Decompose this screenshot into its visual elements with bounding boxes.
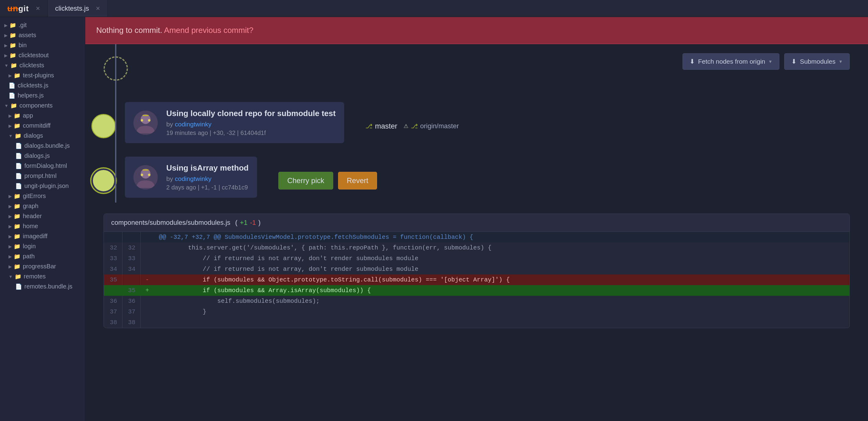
sidebar-item-label: formDialog.html: [24, 162, 67, 169]
sidebar-item-remotes-bundle[interactable]: 📄 remotes.bundle.js: [0, 281, 85, 292]
diff-open-paren: (: [235, 219, 237, 227]
chevron-right-icon: ▶: [8, 214, 12, 219]
sidebar-item-dialogs[interactable]: ▼ 📁 dialogs: [0, 131, 85, 141]
sidebar-item-clicktests-js[interactable]: 📄 clicktests.js: [0, 81, 85, 90]
sidebar-item-app[interactable]: ▶ 📁 app: [0, 111, 85, 121]
table-row: 34 34 // if returned is not array, don't…: [104, 264, 849, 274]
folder-icon: 📁: [10, 102, 17, 109]
cherry-pick-button[interactable]: Cherry pick: [278, 172, 333, 189]
sidebar-item-progressBar[interactable]: ▶ 📁 progressBar: [0, 261, 85, 271]
sidebar-item-label: login: [23, 243, 36, 250]
revert-button[interactable]: Revert: [338, 172, 377, 189]
submodules-dropdown-icon[interactable]: ▼: [838, 59, 843, 64]
folder-icon: 📁: [14, 203, 21, 210]
tab-ungit-close[interactable]: ✕: [36, 5, 40, 12]
amend-commit-link[interactable]: Amend previous commit?: [164, 26, 253, 35]
sidebar-item-header[interactable]: ▶ 📁 header: [0, 211, 85, 221]
folder-icon: 📁: [14, 273, 21, 280]
sidebar-item-clicktests[interactable]: ▼ 📁 clicktests: [0, 60, 85, 70]
sidebar-item-label: app: [23, 112, 33, 119]
diff-sign: [141, 242, 154, 253]
sidebar-item-home[interactable]: ▶ 📁 home: [0, 221, 85, 231]
sidebar-item-prompt[interactable]: 📄 prompt.html: [0, 171, 85, 181]
sidebar-item-label: test-plugins: [23, 72, 54, 79]
sidebar-item-bin[interactable]: ▶ 📁 bin: [0, 40, 85, 50]
diff-content: [154, 317, 849, 328]
commit-card-1: Using locally cloned repo for submodule …: [125, 102, 344, 143]
sidebar-item-git[interactable]: ▶ 📁 .git: [0, 20, 85, 30]
folder-icon: 📁: [14, 193, 21, 200]
folder-icon: 📁: [9, 22, 16, 29]
sidebar-item-imagediff[interactable]: ▶ 📁 imagediff: [0, 231, 85, 241]
sidebar-item-ungit-plugin[interactable]: 📄 ungit-plugin.json: [0, 181, 85, 191]
sidebar-item-graph[interactable]: ▶ 📁 graph: [0, 201, 85, 211]
sidebar-item-label: components: [20, 102, 53, 109]
commit-2-author: by codingtwinky: [166, 175, 249, 182]
sidebar-item-commitdiff[interactable]: ▶ 📁 commitdiff: [0, 121, 85, 131]
commit-1-title: Using locally cloned repo for submodule …: [166, 109, 336, 118]
chevron-right-icon: ▶: [4, 43, 8, 48]
sidebar-item-formDialog[interactable]: 📄 formDialog.html: [0, 161, 85, 171]
sidebar-item-test-plugins[interactable]: ▶ 📁 test-plugins: [0, 70, 85, 81]
sidebar-item-label: ungit-plugin.json: [24, 182, 69, 189]
commit-1-author: by codingtwinky: [166, 121, 336, 128]
svg-point-9: [141, 174, 143, 176]
commit-1-author-link[interactable]: codingtwinky: [175, 121, 211, 128]
sidebar-item-remotes[interactable]: ▼ 📁 remotes: [0, 271, 85, 281]
diff-line-num-left: [104, 232, 122, 242]
diff-line-num-right: 37: [122, 306, 141, 317]
table-row: 36 36 self.submodules(submodules);: [104, 296, 849, 306]
tab-ungit[interactable]: ungit ✕: [0, 0, 48, 17]
sidebar-item-login[interactable]: ▶ 📁 login: [0, 241, 85, 251]
folder-icon: 📁: [14, 72, 21, 79]
commit-2-meta: 2 days ago | +1, -1 | cc74b1c9: [166, 184, 249, 191]
diff-content: this.server.get('/submodules', { path: t…: [154, 242, 849, 253]
sidebar-item-assets[interactable]: ▶ 📁 assets: [0, 30, 85, 40]
folder-icon: 📁: [9, 32, 16, 39]
folder-icon: 📁: [14, 112, 21, 119]
commit-2-author-link[interactable]: codingtwinky: [175, 175, 211, 182]
main-layout: ▶ 📁 .git ▶ 📁 assets ▶ 📁 bin ▶ 📁 clicktes…: [0, 17, 868, 421]
sidebar-item-clicktestout[interactable]: ▶ 📁 clicktestout: [0, 50, 85, 60]
folder-icon: 📁: [10, 62, 17, 69]
sidebar-item-label: clicktests.js: [18, 82, 49, 89]
diff-content: // if returned is not array, don't rende…: [154, 264, 849, 274]
sidebar-item-gitErrors[interactable]: ▶ 📁 gitErrors: [0, 191, 85, 201]
fetch-dropdown-icon[interactable]: ▼: [768, 59, 773, 64]
diff-content: if (submodules && Array.isArray(submodul…: [154, 285, 849, 296]
sidebar-item-label: commitdiff: [23, 122, 51, 129]
chevron-down-icon: ▼: [8, 274, 13, 279]
sidebar-item-helpers-js[interactable]: 📄 helpers.js: [0, 90, 85, 100]
submodules-button[interactable]: ⬇ Submodules ▼: [784, 53, 850, 70]
tab-clicktests[interactable]: clicktests.js ✕: [48, 0, 108, 17]
commit-banner: Nothing to commit. Amend previous commit…: [85, 17, 868, 44]
file-icon: 📄: [15, 153, 22, 159]
diff-file-path: components/submodules/submodules.js: [111, 219, 230, 227]
diff-sign: -: [141, 274, 154, 285]
sidebar-item-dialogs-bundle[interactable]: 📄 dialogs.bundle.js: [0, 141, 85, 151]
branch-master-text: master: [375, 122, 397, 130]
sidebar-item-dialogs-js[interactable]: 📄 dialogs.js: [0, 151, 85, 161]
sidebar-item-label: gitErrors: [23, 192, 46, 200]
chevron-down-icon: ▼: [4, 63, 8, 68]
branch-icon: ⎇: [366, 122, 372, 130]
sidebar-item-path[interactable]: ▶ 📁 path: [0, 251, 85, 261]
commit-1-stats: +30, -32: [213, 129, 236, 136]
chevron-right-icon: ▶: [8, 234, 12, 239]
commit-2-time: 2 days ago: [166, 184, 196, 191]
folder-icon: 📁: [14, 253, 21, 260]
diff-content: }: [154, 306, 849, 317]
diff-line-num-right: 32: [122, 242, 141, 253]
folder-icon: 📁: [14, 223, 21, 230]
sidebar-item-components[interactable]: ▼ 📁 components: [0, 100, 85, 111]
branch-master-label: ⎇ master: [366, 122, 397, 130]
sidebar-item-label: clicktests: [20, 62, 44, 69]
sidebar-item-label: graph: [23, 203, 38, 210]
branch-origin-label: ⚠ ⎇ origin/master: [404, 122, 459, 130]
commit-1-info: Using locally cloned repo for submodule …: [166, 109, 336, 137]
fetch-nodes-button[interactable]: ⬇ Fetch nodes from origin ▼: [683, 53, 779, 70]
tab-clicktests-close[interactable]: ✕: [96, 5, 100, 12]
fetch-nodes-label: Fetch nodes from origin: [698, 58, 765, 65]
sidebar-item-label: home: [23, 223, 38, 230]
file-icon: 📄: [8, 92, 15, 99]
